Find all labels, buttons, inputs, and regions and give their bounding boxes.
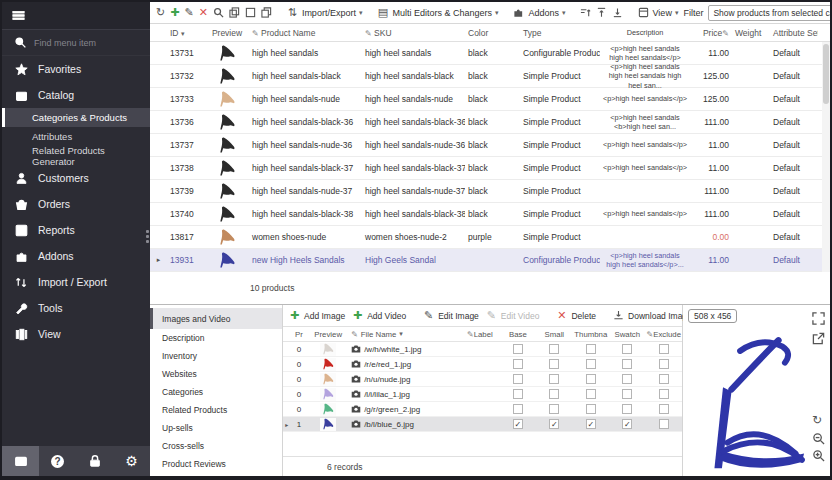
collapse-rows-icon[interactable] <box>612 6 623 19</box>
store-button[interactable] <box>2 446 39 476</box>
base-checkbox[interactable]: ✓ <box>513 419 523 429</box>
product-row[interactable]: 13733 high heel sandals-nude high heel s… <box>150 88 830 111</box>
view-menu[interactable]: View▾ <box>637 6 679 19</box>
exclude-checkbox[interactable] <box>659 374 669 384</box>
product-row[interactable]: 13739 high heel sandals-nude-37 high hee… <box>150 180 830 203</box>
delete-image-button[interactable]: ✕Delete <box>555 309 596 322</box>
search-icon[interactable] <box>213 6 224 19</box>
sidebar-item-customers[interactable]: Customers <box>2 165 150 191</box>
sidebar-search-input[interactable] <box>34 38 134 48</box>
sidebar-item-view[interactable]: View <box>2 321 150 347</box>
add-product-icon[interactable]: ✚ <box>170 6 179 19</box>
product-row-selected[interactable]: ▸ 13931 new High Heels Sandals High Geel… <box>150 249 830 272</box>
add-image-button[interactable]: ✚Add Image <box>288 309 345 322</box>
column-header-swatch[interactable]: Swatch <box>609 330 645 339</box>
swatch-checkbox[interactable]: ✓ <box>622 419 632 429</box>
refresh-icon[interactable]: ↻ <box>156 6 165 19</box>
tab-categories[interactable]: Categories <box>150 383 282 401</box>
tab-websites[interactable]: Websites <box>150 365 282 383</box>
sidebar-item-import-export[interactable]: Import / Export <box>2 269 150 295</box>
product-row[interactable]: 13737 high heel sandals-nude-36 high hee… <box>150 134 830 157</box>
column-header-file-name[interactable]: ✎File Name ▾ <box>349 330 465 339</box>
column-header-preview[interactable]: Preview <box>307 330 349 339</box>
edit-product-icon[interactable]: ✎ <box>184 6 193 19</box>
column-header-pr[interactable]: Pr <box>291 330 308 339</box>
image-row[interactable]: 0 /g/r/green_2.jpg <box>283 402 682 417</box>
sidebar-item-related-products-generator[interactable]: Related Products Generator <box>2 146 150 165</box>
column-header-attribute-set[interactable]: Attribute Set Name <box>770 28 818 38</box>
product-row[interactable]: 13740 high heel sandals-black-38 high he… <box>150 203 830 226</box>
sidebar-item-orders[interactable]: Orders <box>2 191 150 217</box>
exclude-checkbox[interactable] <box>659 389 669 399</box>
sort-icon[interactable] <box>580 6 591 19</box>
small-checkbox[interactable] <box>549 344 559 354</box>
column-header-sku[interactable]: ✎ SKU <box>362 28 465 38</box>
small-checkbox[interactable] <box>549 359 559 369</box>
thumbnail-checkbox[interactable] <box>586 374 596 384</box>
sidebar-item-reports[interactable]: Reports <box>2 217 150 243</box>
column-header-small[interactable]: Small <box>536 330 572 339</box>
lock-button[interactable] <box>76 446 113 476</box>
import-export-menu[interactable]: ⇅ Import/Export▾ <box>286 6 363 19</box>
image-row[interactable]: 0 /r/e/red_1.jpg <box>283 357 682 372</box>
category-filter-select[interactable]: Show products from selected categories ▾ <box>708 5 832 21</box>
column-header-type[interactable]: Type <box>520 28 600 38</box>
product-row[interactable]: 13817 women shoes-nude women shoes-nude-… <box>150 226 830 249</box>
swatch-checkbox[interactable] <box>622 389 632 399</box>
checkbox-icon[interactable] <box>245 6 256 19</box>
column-header-id[interactable]: ID ▾ <box>167 28 205 38</box>
thumbnail-checkbox[interactable] <box>586 404 596 414</box>
column-header-preview[interactable]: Preview <box>205 28 249 38</box>
sidebar-search[interactable] <box>2 30 150 56</box>
swatch-checkbox[interactable] <box>622 359 632 369</box>
grid-vertical-scrollbar[interactable] <box>822 42 830 272</box>
exclude-checkbox[interactable] <box>659 344 669 354</box>
edit-image-button[interactable]: ✎Edit Image <box>422 309 479 322</box>
base-checkbox[interactable] <box>513 374 523 384</box>
swatch-checkbox[interactable] <box>622 344 632 354</box>
tab-related-products[interactable]: Related Products <box>150 401 282 419</box>
sidebar-item-attributes[interactable]: Attributes <box>2 127 150 146</box>
rotate-icon[interactable]: ↻ <box>812 413 825 426</box>
base-checkbox[interactable] <box>513 389 523 399</box>
column-header-description[interactable]: Description <box>600 28 690 37</box>
expand-rows-icon[interactable] <box>596 6 607 19</box>
column-header-thumbnail[interactable]: Thumbna <box>573 330 609 339</box>
panel-splitter-handle[interactable] <box>145 230 149 248</box>
tab-description[interactable]: Description <box>150 329 282 347</box>
swatch-checkbox[interactable] <box>622 374 632 384</box>
open-external-icon[interactable] <box>812 331 825 344</box>
exclude-checkbox[interactable] <box>659 359 669 369</box>
zoom-in-icon[interactable] <box>812 448 825 461</box>
column-header-product-name[interactable]: ✎ Product Name <box>249 28 362 38</box>
tab-images-and-video[interactable]: Images and Video <box>150 308 282 329</box>
image-row-selected[interactable]: ▸ 1 /b/l/blue_6.jpg ✓ ✓ ✓ ✓ <box>283 417 682 432</box>
column-header-weight[interactable]: Weight <box>732 28 770 38</box>
sidebar-item-catalog[interactable]: Catalog <box>2 82 150 108</box>
small-checkbox[interactable] <box>549 404 559 414</box>
sidebar-item-addons[interactable]: Addons <box>2 243 150 269</box>
thumbnail-checkbox[interactable]: ✓ <box>586 419 596 429</box>
image-row[interactable]: 0 /l/i/lilac_1.jpg <box>283 387 682 402</box>
scrollbar-thumb[interactable] <box>823 44 829 104</box>
column-header-exclude[interactable]: ✎Exclude <box>646 330 682 339</box>
zoom-out-icon[interactable] <box>812 431 825 444</box>
tab-up-sells[interactable]: Up-sells <box>150 419 282 437</box>
multi-editors-menu[interactable]: ▤ Multi Editors & Changers▾ <box>376 6 498 19</box>
small-checkbox[interactable] <box>549 374 559 384</box>
sidebar-item-favorites[interactable]: Favorites <box>2 56 150 82</box>
tab-inventory[interactable]: Inventory <box>150 347 282 365</box>
sidebar-item-tools[interactable]: Tools <box>2 295 150 321</box>
settings-button[interactable]: ⚙ <box>113 446 150 476</box>
product-row[interactable]: 13738 high heel sandals-black-37 high he… <box>150 157 830 180</box>
add-video-button[interactable]: ✚Add Video <box>351 309 406 322</box>
fullscreen-icon[interactable] <box>812 311 825 324</box>
swatch-checkbox[interactable] <box>622 404 632 414</box>
column-header-base[interactable]: Base <box>500 330 536 339</box>
product-row[interactable]: 13732 high heel sandals-black high heel … <box>150 65 830 88</box>
base-checkbox[interactable] <box>513 359 523 369</box>
copy-icon[interactable] <box>229 6 240 19</box>
sidebar-item-categories-products[interactable]: Categories & Products <box>2 108 150 127</box>
tab-product-reviews[interactable]: Product Reviews <box>150 455 282 473</box>
product-row[interactable]: 13731 high heel sandals high heel sandal… <box>150 42 830 65</box>
